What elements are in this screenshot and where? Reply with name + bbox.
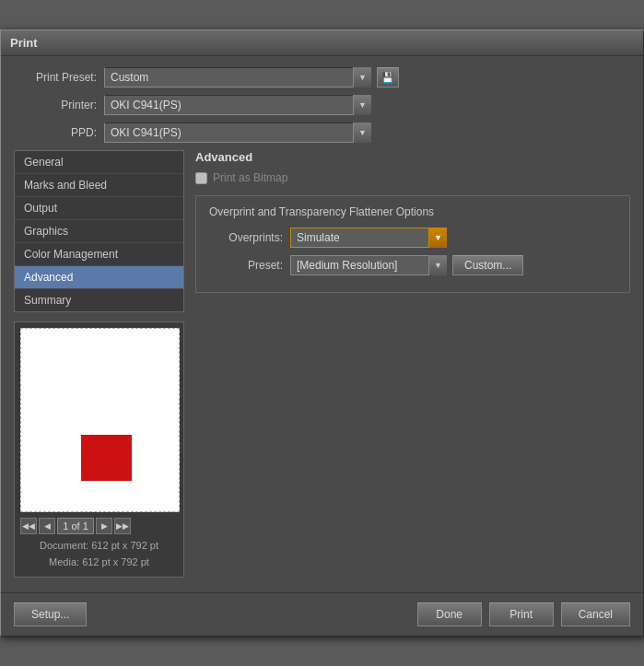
- sidebar-item-color-management[interactable]: Color Management: [15, 243, 183, 266]
- sidebar-item-marks-and-bleed[interactable]: Marks and Bleed: [15, 174, 183, 197]
- sidebar-item-general[interactable]: General: [15, 151, 183, 174]
- preview-nav: ◀◀ ◀ ▶ ▶▶: [20, 518, 178, 534]
- print-as-bitmap-checkbox[interactable]: [195, 172, 207, 184]
- print-preset-row: Print Preset: Custom ▼ 💾: [14, 67, 630, 88]
- ppd-label: PPD:: [14, 126, 97, 139]
- title-bar: Print: [1, 30, 643, 56]
- overprint-group: Overprint and Transparency Flattener Opt…: [195, 195, 630, 293]
- printer-label: Printer:: [14, 99, 97, 111]
- print-as-bitmap-label: Print as Bitmap: [213, 171, 287, 184]
- footer: Setup... Done Print Cancel: [1, 592, 643, 636]
- footer-right-buttons: Done Print Cancel: [417, 602, 630, 626]
- done-button[interactable]: Done: [417, 602, 482, 626]
- last-page-button[interactable]: ▶▶: [114, 518, 131, 534]
- ppd-select[interactable]: OKI C941(PS): [104, 123, 371, 143]
- printer-row: Printer: OKI C941(PS) ▼: [14, 95, 630, 115]
- print-dialog: Print Print Preset: Custom ▼ 💾 Printer: …: [0, 29, 644, 636]
- dialog-title: Print: [10, 36, 38, 50]
- ppd-select-wrapper: OKI C941(PS) ▼: [104, 123, 371, 143]
- prev-page-button[interactable]: ◀: [39, 518, 55, 534]
- preview-red-rect: [81, 435, 132, 481]
- document-size-info: Document: 612 pt x 792 pt: [20, 538, 178, 555]
- sidebar-item-advanced[interactable]: Advanced: [15, 266, 183, 289]
- doc-info: Document: 612 pt x 792 pt Media: 612 pt …: [20, 538, 178, 570]
- sidebar-item-graphics[interactable]: Graphics: [15, 220, 183, 243]
- media-size-info: Media: 612 pt x 792 pt: [20, 555, 178, 571]
- sidebar-item-output[interactable]: Output: [15, 197, 183, 220]
- preview-canvas: [20, 328, 180, 512]
- nav-panel: General Marks and Bleed Output Graphics …: [14, 150, 184, 577]
- preset-row: Preset: [High Resolution] [Medium Resolu…: [209, 255, 616, 275]
- overprint-group-title: Overprint and Transparency Flattener Opt…: [209, 205, 616, 218]
- sidebar-item-summary[interactable]: Summary: [15, 289, 183, 311]
- preview-box: ◀◀ ◀ ▶ ▶▶ Document: 612 pt x 792 pt Medi…: [14, 321, 184, 577]
- cancel-button[interactable]: Cancel: [561, 602, 630, 626]
- printer-select[interactable]: OKI C941(PS): [104, 95, 371, 115]
- save-preset-button[interactable]: 💾: [377, 67, 399, 88]
- print-as-bitmap-row: Print as Bitmap: [195, 171, 630, 184]
- overprints-select-wrapper: Simulate Discard Preserve ▼: [290, 228, 447, 248]
- first-page-button[interactable]: ◀◀: [20, 518, 37, 534]
- advanced-section-title: Advanced: [195, 150, 630, 164]
- print-preset-select-wrapper: Custom ▼: [104, 67, 371, 88]
- setup-button[interactable]: Setup...: [14, 602, 87, 626]
- preset-select-wrapper: [High Resolution] [Medium Resolution] [L…: [290, 255, 447, 275]
- printer-select-wrapper: OKI C941(PS) ▼: [104, 95, 371, 115]
- next-page-button[interactable]: ▶: [96, 518, 112, 534]
- print-preset-select[interactable]: Custom: [104, 67, 371, 88]
- overprints-select[interactable]: Simulate Discard Preserve: [290, 228, 447, 248]
- ppd-row: PPD: OKI C941(PS) ▼: [14, 123, 630, 143]
- overprints-row: Overprints: Simulate Discard Preserve ▼: [209, 228, 616, 248]
- preset-label: Preset:: [209, 259, 283, 272]
- page-input[interactable]: [57, 518, 94, 534]
- nav-list: General Marks and Bleed Output Graphics …: [14, 150, 184, 312]
- main-content: General Marks and Bleed Output Graphics …: [14, 150, 630, 577]
- preset-select[interactable]: [High Resolution] [Medium Resolution] [L…: [290, 255, 447, 275]
- right-panel: Advanced Print as Bitmap Overprint and T…: [195, 150, 630, 577]
- overprints-label: Overprints:: [209, 231, 283, 244]
- print-button[interactable]: Print: [489, 602, 554, 626]
- print-preset-label: Print Preset:: [14, 71, 97, 84]
- custom-button[interactable]: Custom...: [452, 255, 523, 275]
